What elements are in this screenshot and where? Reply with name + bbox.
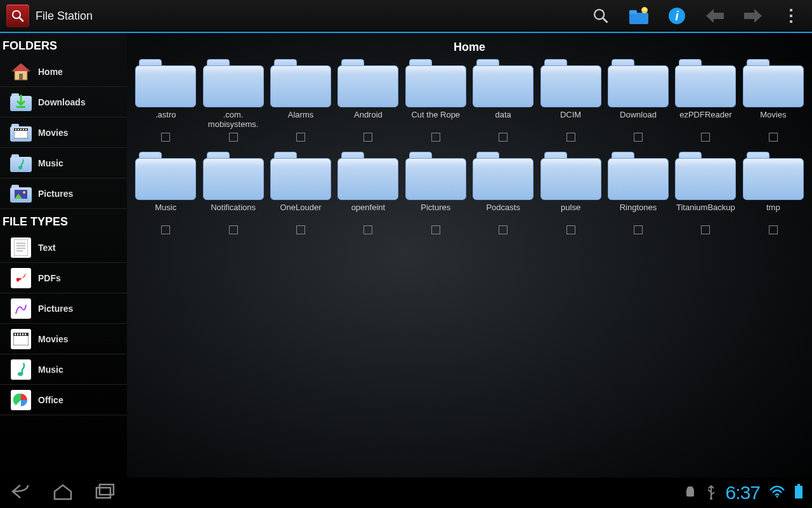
folder-checkbox[interactable] — [296, 133, 305, 142]
sidebar-type-pdfs[interactable]: PDFs — [0, 263, 127, 293]
folder-item[interactable]: Music — [133, 149, 198, 239]
folder-item[interactable]: Podcasts — [471, 149, 535, 239]
android-debug-icon[interactable] — [684, 484, 697, 502]
folder-icon — [270, 59, 331, 107]
folder-icon — [743, 59, 804, 107]
folder-checkbox[interactable] — [769, 225, 778, 234]
folder-item[interactable]: pulse — [538, 149, 603, 239]
download-icon — [10, 91, 32, 113]
folder-label: ezPDFReader — [679, 110, 731, 130]
folder-item[interactable]: Cut the Rope — [403, 57, 468, 147]
sidebar-item-pictures[interactable]: Pictures — [0, 178, 127, 209]
folder-checkbox[interactable] — [229, 225, 238, 234]
search-button[interactable] — [590, 5, 612, 27]
folder-item[interactable]: tmp — [741, 149, 806, 239]
folder-item[interactable]: DCIM — [538, 57, 603, 147]
folder-checkbox[interactable] — [296, 225, 305, 234]
folder-item[interactable]: Notifications — [200, 149, 265, 239]
folder-checkbox[interactable] — [499, 225, 508, 234]
overflow-button[interactable] — [780, 5, 802, 27]
folder-checkbox[interactable] — [499, 133, 508, 142]
folder-icon — [405, 59, 466, 107]
nav-back-button[interactable] — [704, 5, 726, 27]
folder-checkbox[interactable] — [769, 133, 778, 142]
svg-rect-16 — [16, 106, 25, 108]
folder-label: Podcasts — [486, 203, 520, 223]
sidebar-item-music[interactable]: Music — [0, 148, 127, 178]
folder-item[interactable]: openfeint — [336, 149, 400, 239]
svg-rect-12 — [790, 20, 792, 23]
folder-checkbox[interactable] — [363, 225, 372, 234]
sidebar-item-downloads[interactable]: Downloads — [0, 87, 127, 117]
usb-icon[interactable] — [705, 483, 717, 502]
svg-rect-10 — [790, 9, 792, 11]
sidebar-item-movies[interactable]: Movies — [0, 117, 127, 148]
sidebar-type-text[interactable]: Text — [0, 232, 127, 263]
folder-label: Cut the Rope — [411, 110, 460, 130]
battery-icon[interactable] — [794, 484, 803, 502]
folder-label: Notifications — [211, 203, 256, 223]
sidebar-item-label: Music — [38, 364, 63, 375]
folder-checkbox[interactable] — [431, 133, 440, 142]
folder-item[interactable]: Alarms — [268, 57, 333, 147]
breadcrumb[interactable]: Home — [133, 37, 806, 55]
folder-checkbox[interactable] — [566, 133, 575, 142]
info-button[interactable]: i — [666, 5, 688, 27]
folder-checkbox[interactable] — [701, 225, 710, 234]
folder-icon — [608, 152, 669, 200]
nav-recents-system[interactable] — [94, 483, 115, 503]
folder-checkbox[interactable] — [701, 133, 710, 142]
magnifier-icon — [10, 8, 25, 23]
folder-item[interactable]: Android — [336, 57, 400, 147]
sidebar-item-label: Movies — [38, 128, 68, 138]
folder-item[interactable]: .astro — [133, 57, 198, 147]
folder-label: Alarms — [288, 110, 313, 130]
app-icon[interactable] — [6, 4, 29, 27]
folder-checkbox[interactable] — [634, 133, 643, 142]
folder-item[interactable]: Pictures — [403, 149, 468, 239]
status-clock[interactable]: 6:37 — [726, 482, 760, 504]
folder-item[interactable]: Ringtones — [606, 149, 671, 239]
movies-icon — [10, 328, 32, 350]
movies-folder-icon — [10, 122, 32, 144]
sidebar-item-label: Movies — [38, 334, 68, 344]
nav-home-system[interactable] — [52, 483, 74, 503]
svg-rect-21 — [20, 129, 22, 130]
app-title: File Station — [36, 10, 590, 23]
sidebar-type-office[interactable]: Office — [0, 385, 127, 415]
new-folder-button[interactable] — [628, 5, 650, 27]
sidebar-section-filetypes: FILE TYPES — [0, 209, 127, 232]
folder-checkbox[interactable] — [634, 225, 643, 234]
nav-back-system[interactable] — [9, 483, 32, 503]
folder-item[interactable]: Download — [606, 57, 671, 147]
folder-checkbox[interactable] — [363, 133, 372, 142]
folder-item[interactable]: data — [471, 57, 535, 147]
nav-forward-button[interactable] — [742, 5, 764, 27]
sidebar-item-label: Pictures — [38, 189, 73, 199]
sidebar-type-pictures[interactable]: Pictures — [0, 293, 127, 324]
sidebar-type-movies[interactable]: Movies — [0, 324, 127, 354]
folder-item[interactable]: TitaniumBackup — [673, 149, 738, 239]
folder-icon — [405, 152, 466, 200]
text-icon — [10, 237, 32, 258]
folder-checkbox[interactable] — [161, 225, 170, 234]
folder-checkbox[interactable] — [431, 225, 440, 234]
folder-checkbox[interactable] — [161, 133, 170, 142]
wifi-icon[interactable] — [769, 485, 785, 500]
action-bar: File Station i — [0, 0, 812, 33]
arrow-right-icon — [743, 8, 763, 24]
svg-rect-20 — [18, 129, 19, 130]
folder-checkbox[interactable] — [229, 133, 238, 142]
folder-icon — [473, 59, 534, 107]
folder-checkbox[interactable] — [566, 225, 575, 234]
sidebar-item-label: Text — [38, 243, 56, 253]
folder-item[interactable]: Movies — [741, 57, 806, 147]
folder-item[interactable]: OneLouder — [268, 149, 333, 239]
folder-item[interactable]: .com. mobisystems. — [200, 57, 265, 147]
info-icon: i — [667, 6, 686, 25]
folder-item[interactable]: ezPDFReader — [673, 57, 738, 147]
svg-rect-36 — [17, 333, 18, 335]
folder-icon — [675, 152, 736, 200]
sidebar-type-music[interactable]: Music — [0, 354, 127, 385]
sidebar-item-home[interactable]: Home — [0, 57, 127, 87]
